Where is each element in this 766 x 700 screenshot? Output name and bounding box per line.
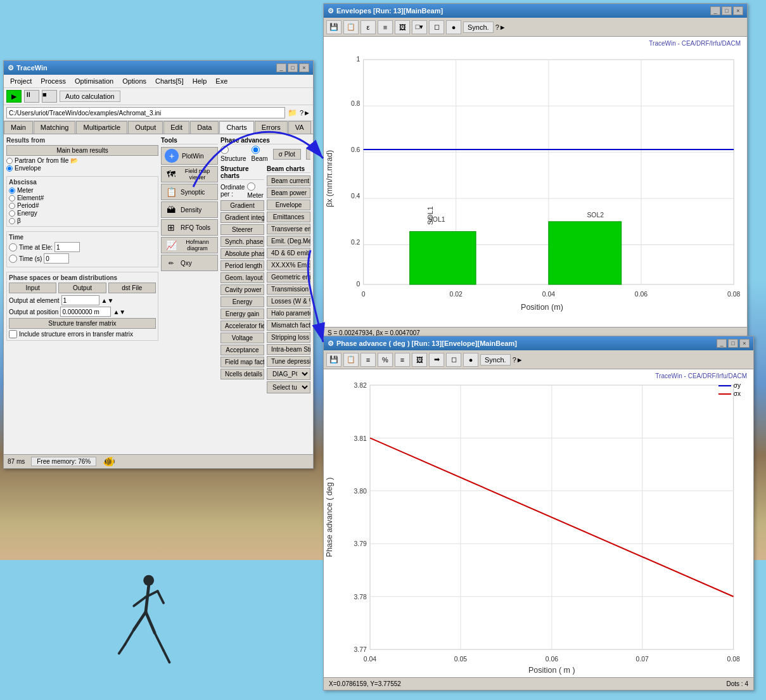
structure-transfer-button[interactable]: Structure transfer matrix bbox=[9, 318, 156, 329]
run-button[interactable]: ▶ bbox=[6, 90, 22, 103]
menu-charts[interactable]: Charts[5] bbox=[151, 76, 188, 86]
4d6d-emit-button[interactable]: 4D & 6D emit. bbox=[267, 248, 310, 258]
pa-synch-button[interactable]: Synch. bbox=[480, 354, 511, 366]
time-s-input[interactable] bbox=[44, 253, 69, 264]
ordinate-meter-radio[interactable] bbox=[247, 182, 255, 191]
time-at-ele-input[interactable] bbox=[54, 242, 80, 252]
tune-depression-button[interactable]: Tune depression bbox=[267, 356, 310, 367]
pa-rect-button[interactable]: ◻ bbox=[446, 353, 461, 367]
diag-position-select[interactable]: DIAG_POSITION bbox=[267, 368, 310, 380]
menu-optimisation[interactable]: Optimisation bbox=[71, 76, 117, 86]
tab-va[interactable]: VA bbox=[288, 121, 311, 134]
tab-data[interactable]: Data bbox=[190, 121, 219, 134]
dst-file-button[interactable]: dst File bbox=[108, 283, 156, 293]
menu-project[interactable]: Project bbox=[6, 76, 35, 86]
rfq-tools-button[interactable]: ⊞ RFQ Tools bbox=[161, 219, 218, 236]
period-length-button[interactable]: Period length bbox=[220, 260, 264, 271]
pa-close-button[interactable]: × bbox=[739, 339, 750, 348]
input-button[interactable]: Input bbox=[9, 283, 56, 293]
free-memory-button[interactable]: Free memory: 76% bbox=[31, 457, 96, 466]
env-help-icon[interactable]: ?► bbox=[495, 23, 506, 31]
env-circle-button[interactable]: ● bbox=[446, 20, 461, 34]
synch-phase-button[interactable]: Synch. phase bbox=[220, 236, 264, 247]
menu-help[interactable]: Help bbox=[189, 76, 211, 86]
envelope-button[interactable]: Envelope bbox=[267, 200, 310, 210]
abscissa-element-radio[interactable] bbox=[9, 195, 15, 201]
acceptance-button[interactable]: Acceptance bbox=[220, 345, 264, 355]
geom-layout-button[interactable]: Geom. layout file bbox=[220, 272, 264, 283]
tab-main[interactable]: Main bbox=[4, 121, 33, 134]
sigma-plot-button[interactable]: σ Plot bbox=[273, 149, 301, 160]
abscissa-beta-radio[interactable] bbox=[9, 218, 15, 224]
abscissa-energy-radio[interactable] bbox=[9, 210, 15, 217]
field-map-factor-button[interactable]: Field map factor bbox=[220, 357, 264, 367]
stop-button[interactable]: ■ bbox=[42, 90, 57, 103]
partran-radio[interactable] bbox=[6, 158, 13, 164]
path-input[interactable] bbox=[6, 107, 285, 118]
abscissa-period-radio[interactable] bbox=[9, 203, 15, 209]
menu-process[interactable]: Process bbox=[37, 76, 70, 86]
beam-current-button[interactable]: Beam current bbox=[267, 175, 310, 186]
beam-radio[interactable] bbox=[252, 146, 260, 154]
output-at-element-input[interactable] bbox=[61, 295, 99, 305]
env-maximize-button[interactable]: □ bbox=[722, 6, 732, 15]
pa-table-button[interactable]: ≡ bbox=[361, 353, 376, 367]
maximize-button[interactable]: □ bbox=[288, 63, 298, 72]
output-at-position-input[interactable] bbox=[60, 307, 111, 317]
synoptic-button[interactable]: 📋 Synoptic bbox=[161, 184, 218, 200]
intra-beam-strip-button[interactable]: Intra-beam Strip. bbox=[267, 344, 310, 355]
emittances-button[interactable]: Emittances bbox=[267, 212, 310, 222]
env-epsilon-button[interactable]: ε bbox=[361, 20, 376, 34]
tab-matching[interactable]: Matching bbox=[34, 121, 76, 134]
pa-maximize-button[interactable]: □ bbox=[728, 339, 738, 348]
env-dot-button[interactable]: ◻ bbox=[429, 20, 444, 34]
tab-output[interactable]: Output bbox=[128, 121, 163, 134]
geometric-emit-button[interactable]: Geometric emit. bbox=[267, 272, 310, 283]
pa-copy-button[interactable]: 📋 bbox=[343, 353, 359, 367]
transmission-button[interactable]: Transmission (%) bbox=[267, 284, 310, 295]
pause-button[interactable]: ⏸ bbox=[24, 90, 39, 103]
tab-errors[interactable]: Errors bbox=[255, 121, 288, 134]
gradient-button[interactable]: Gradient bbox=[220, 200, 264, 211]
select-tuned-cav-select[interactable]: Select tuned Cav bbox=[267, 381, 310, 393]
env-close-button[interactable]: × bbox=[733, 6, 743, 15]
energy-button[interactable]: Energy bbox=[220, 296, 264, 307]
emit-degmev-button[interactable]: Emit. (Deg.MeV) bbox=[267, 236, 310, 246]
tab-multiparticle[interactable]: Multiparticle bbox=[76, 121, 127, 134]
halo-params-button[interactable]: Halo parameters bbox=[267, 308, 310, 319]
tab-edit[interactable]: Edit bbox=[163, 121, 189, 134]
time-at-ele-radio[interactable] bbox=[9, 243, 17, 251]
pa-arrow-button[interactable]: ➡ bbox=[429, 353, 444, 367]
browse-icon[interactable]: 📁 bbox=[288, 108, 297, 117]
output-button[interactable]: Output bbox=[58, 283, 106, 293]
cavity-power-button[interactable]: Cavity power bbox=[220, 284, 264, 295]
voltage-button[interactable]: Voltage bbox=[220, 333, 264, 343]
pa-circle-button[interactable]: ● bbox=[463, 353, 478, 367]
output-at-position-stepper[interactable]: ▲▼ bbox=[113, 309, 125, 315]
close-button[interactable]: × bbox=[299, 63, 309, 72]
env-copy-button[interactable]: 📋 bbox=[343, 20, 359, 34]
time-s-radio[interactable] bbox=[9, 255, 17, 263]
env-rect-button[interactable]: □▾ bbox=[412, 20, 427, 34]
steerer-button[interactable]: Steerer bbox=[220, 224, 264, 235]
xxxx-emits-button[interactable]: XX.XX% Emits bbox=[267, 260, 310, 270]
accelerator-field-button[interactable]: Accelerator field bbox=[220, 321, 264, 331]
minimize-button[interactable]: _ bbox=[276, 63, 286, 72]
field-map-viewer-button[interactable]: 🗺 Field map viewer bbox=[161, 166, 218, 182]
transverse-emit-button[interactable]: Transverse emit. bbox=[267, 224, 310, 234]
pa-chart-button[interactable]: ≡ bbox=[395, 353, 410, 367]
plotwin-button[interactable]: + PlotWin bbox=[161, 147, 218, 165]
env-synch-button[interactable]: Synch. bbox=[463, 22, 494, 33]
gradient-integral-button[interactable]: Gradient integral bbox=[220, 212, 264, 223]
structure-radio[interactable] bbox=[220, 146, 229, 154]
menu-exe[interactable]: Exe bbox=[212, 76, 231, 86]
tab-charts[interactable]: Charts bbox=[219, 121, 253, 134]
losses-button[interactable]: Losses (W & %) bbox=[267, 296, 310, 307]
pa-image-button[interactable]: 🖼 bbox=[412, 353, 427, 367]
density-button[interactable]: 🏔 Density bbox=[161, 201, 218, 218]
env-save-button[interactable]: 💾 bbox=[326, 20, 342, 34]
help-icon[interactable]: ?► bbox=[300, 109, 310, 117]
output-at-element-stepper[interactable]: ▲▼ bbox=[101, 297, 114, 304]
env-minimize-button[interactable]: _ bbox=[710, 6, 720, 15]
folder-icon[interactable]: 📂 bbox=[70, 157, 78, 164]
